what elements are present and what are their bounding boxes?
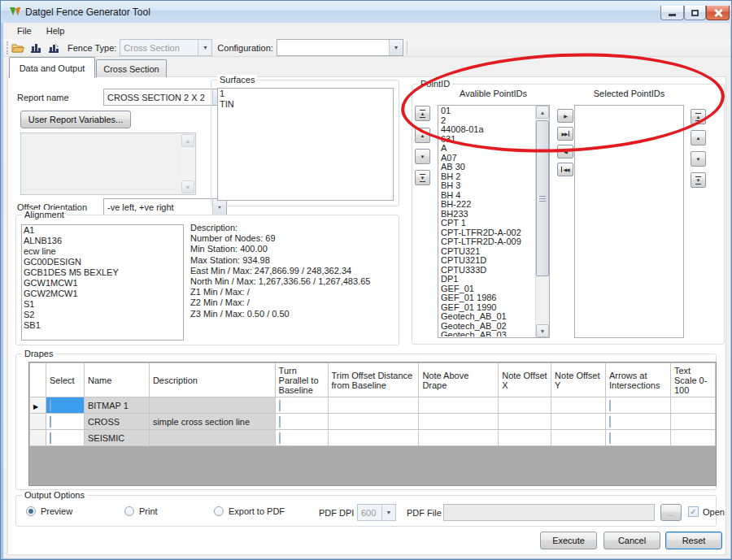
pointid-item[interactable]: Geotech_AB_03 [439, 331, 535, 336]
surface-item[interactable]: TIN [218, 99, 393, 110]
pdf-dpi-combo[interactable]: 600 ▼ [357, 504, 396, 521]
alignment-item[interactable]: S1 [22, 299, 183, 310]
column-header-note-offset-x[interactable]: Note Offset X [499, 363, 551, 397]
turn-parallel-checkbox[interactable] [279, 432, 281, 444]
description-cell[interactable]: simple cross section line [149, 414, 275, 430]
arrows-checkbox[interactable] [609, 416, 611, 428]
remove-all-button[interactable]: ◀◀ [557, 163, 573, 176]
alignment-item[interactable]: GCB1DES M5 BEXLEY [22, 267, 183, 278]
pointid-item[interactable]: BH-222 [439, 200, 535, 210]
turn-parallel-cell[interactable] [275, 430, 328, 446]
save-configuration-button[interactable] [27, 40, 45, 56]
scroll-down-button[interactable]: ▼ [536, 324, 549, 337]
row-header-current[interactable]: ▶ [30, 397, 46, 414]
alignment-item[interactable]: SB1 [22, 320, 183, 331]
tab-data-and-output[interactable]: Data and Output [9, 57, 95, 78]
pointid-item[interactable]: AB 30 [439, 163, 535, 172]
tab-cross-section[interactable]: Cross Section [96, 59, 167, 77]
configuration-dropdown-button[interactable]: ▼ [389, 40, 403, 55]
note-offset-x-cell[interactable] [499, 397, 551, 414]
trim-offset-cell[interactable] [328, 430, 419, 446]
arrows-checkbox[interactable] [609, 432, 611, 444]
pointid-item[interactable]: GEF_01 1986 [439, 293, 535, 303]
text-scale-cell[interactable] [670, 414, 715, 430]
turn-parallel-cell[interactable] [275, 397, 328, 414]
print-radio-row[interactable]: Print [124, 506, 158, 516]
menu-help[interactable]: Help [40, 24, 72, 37]
note-offset-x-cell[interactable] [499, 430, 551, 446]
selected-move-bottom-button[interactable]: ▼ [691, 172, 706, 188]
title-bar[interactable]: Datgel Fence Generator Tool [1, 1, 731, 23]
user-report-variables-button[interactable]: User Report Variables... [20, 111, 131, 128]
cancel-button[interactable]: Cancel [603, 532, 660, 549]
name-cell[interactable]: CROSS [84, 414, 149, 430]
selected-move-up-button[interactable]: ▲ [691, 130, 706, 145]
column-header-note-above[interactable]: Note Above Drape [419, 363, 499, 397]
row-header[interactable] [30, 414, 46, 430]
add-all-button[interactable]: ▶▶ [557, 127, 573, 141]
select-checkbox[interactable] [50, 400, 51, 411]
pointid-item[interactable]: BH 3 [439, 181, 535, 191]
column-header-note-offset-y[interactable]: Note Offset Y [551, 363, 606, 397]
column-header-arrows[interactable]: Arrows at Intersections [606, 363, 671, 397]
available-move-top-button[interactable]: ▲ [415, 106, 430, 121]
open-checkbox[interactable]: ✓ [688, 506, 699, 517]
export-pdf-radio-row[interactable]: Export to PDF [214, 506, 285, 516]
minimize-button[interactable] [660, 6, 684, 20]
text-scale-cell[interactable] [670, 430, 715, 446]
pointid-item[interactable]: Geotech_AB_01 [439, 312, 535, 322]
available-move-up-button[interactable]: ▲ [415, 128, 430, 143]
report-name-combo[interactable]: CROSS SECTION 2 X 2 ▼ [103, 89, 227, 106]
notes-scrollbar[interactable]: ▲ ▼ [181, 134, 194, 193]
note-offset-x-cell[interactable] [499, 414, 551, 430]
trim-offset-cell[interactable] [328, 414, 419, 430]
browse-pdf-file-button[interactable]: ... [660, 504, 682, 521]
note-above-cell[interactable] [419, 397, 499, 414]
surfaces-listbox[interactable]: 1TIN [217, 88, 394, 201]
select-cell[interactable] [46, 430, 84, 446]
alignment-item[interactable]: S2 [22, 310, 183, 320]
print-radio[interactable] [124, 506, 134, 516]
turn-parallel-checkbox[interactable] [279, 416, 281, 428]
add-selected-button[interactable]: ▶ [557, 109, 573, 123]
arrows-checkbox[interactable] [609, 400, 611, 411]
trim-offset-cell[interactable] [328, 397, 419, 414]
selected-move-top-button[interactable]: ▲ [691, 109, 706, 124]
scrollbar-thumb[interactable] [536, 120, 549, 276]
pdf-dpi-dropdown-button[interactable]: ▼ [381, 505, 395, 520]
scroll-up-button[interactable]: ▲ [536, 106, 549, 119]
preview-radio-row[interactable]: Preview [26, 506, 72, 516]
alignment-item[interactable]: GCW2MCW1 [22, 289, 183, 299]
remove-selected-button[interactable]: ◀ [557, 145, 573, 158]
column-header-trim-offset[interactable]: Trim Offset Distance from Baseline [328, 363, 419, 397]
arrows-cell[interactable] [606, 397, 671, 414]
alignment-listbox[interactable]: A1ALNB136ecw lineGC00DESIGNGCB1DES M5 BE… [21, 224, 184, 341]
description-cell[interactable] [149, 430, 275, 446]
drapes-grid[interactable]: Select Name Description Turn Parallel to… [28, 362, 717, 486]
column-header-text-scale[interactable]: Text Scale 0-100 [670, 363, 715, 397]
alignment-item[interactable]: GC00DESIGN [22, 257, 183, 267]
open-checkbox-row[interactable]: ✓ Open [688, 506, 725, 517]
note-offset-y-cell[interactable] [551, 397, 606, 414]
alignment-item[interactable]: A1 [22, 225, 183, 236]
save-as-configuration-button[interactable] [45, 40, 63, 56]
note-offset-y-cell[interactable] [551, 414, 606, 430]
offset-orientation-combo[interactable]: -ve left, +ve right ▼ [103, 198, 227, 215]
column-header-turn-parallel[interactable]: Turn Parallel to Baseline [275, 363, 328, 397]
pointid-item[interactable]: CPT 1 [439, 219, 535, 228]
pointid-item[interactable]: CPT-LTFR2D-A-009 [439, 237, 535, 247]
turn-parallel-cell[interactable] [275, 414, 328, 430]
selected-pointids-listbox[interactable] [574, 105, 684, 338]
text-scale-cell[interactable] [670, 397, 715, 414]
preview-radio[interactable] [26, 506, 36, 516]
execute-button[interactable]: Execute [540, 532, 597, 549]
surface-item[interactable]: 1 [218, 89, 393, 99]
turn-parallel-checkbox[interactable] [279, 400, 281, 411]
menu-file[interactable]: File [11, 24, 38, 37]
alignment-item[interactable]: ALNB136 [22, 236, 183, 246]
export-pdf-radio[interactable] [214, 506, 224, 516]
row-header[interactable] [30, 430, 46, 446]
column-header-description[interactable]: Description [149, 363, 275, 397]
select-checkbox[interactable] [50, 432, 51, 444]
fence-type-dropdown-button[interactable]: ▼ [198, 40, 211, 55]
